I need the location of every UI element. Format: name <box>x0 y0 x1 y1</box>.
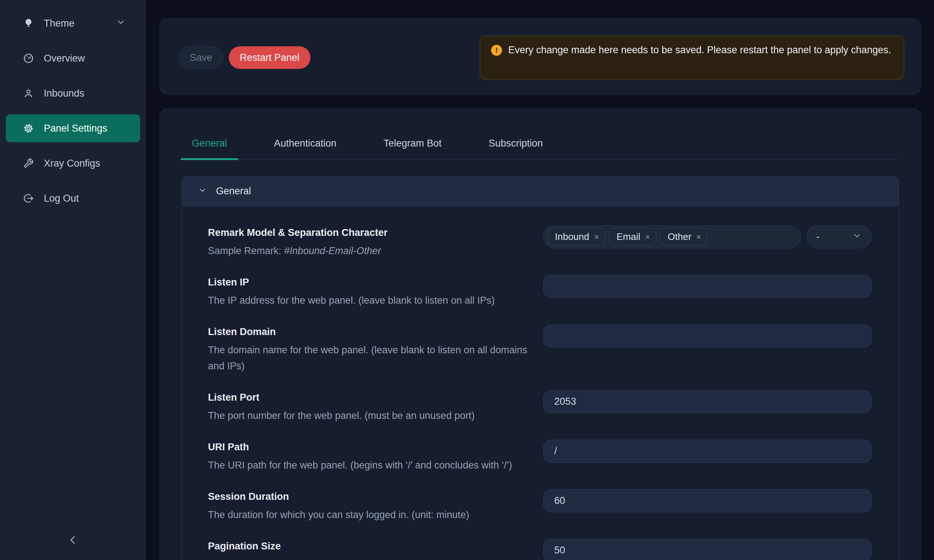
field-label: Session Duration <box>208 489 529 504</box>
general-collapse-panel: General Remark Model & Separation Charac… <box>182 176 899 560</box>
warning-text: Every change made here needs to be saved… <box>508 42 891 58</box>
logout-icon <box>23 192 34 204</box>
remark-model-tag-select[interactable]: Inbound × Email × Other × <box>543 225 801 248</box>
field-label: Remark Model & Separation Character <box>208 225 529 240</box>
form-row-listen-port: Listen Port The port number for the web … <box>208 390 872 424</box>
listen-ip-input[interactable] <box>543 275 872 298</box>
chevron-left-icon <box>67 542 79 547</box>
main-content: Save Restart Panel ! Every change made h… <box>146 0 934 560</box>
dashboard-icon <box>23 52 34 64</box>
sidebar-item-label: Log Out <box>44 193 79 204</box>
remove-tag-icon[interactable]: × <box>696 232 701 242</box>
gear-icon <box>23 123 34 134</box>
sidebar-item-label: Overview <box>44 53 85 64</box>
general-panel-body: Remark Model & Separation Character Samp… <box>182 206 899 560</box>
sidebar-item-theme[interactable]: Theme <box>6 9 140 37</box>
wrench-icon <box>23 157 34 169</box>
sidebar-item-label: Inbounds <box>44 88 84 99</box>
form-row-uri-path: URI Path The URI path for the web panel.… <box>208 440 872 473</box>
tag-chip[interactable]: Other × <box>660 228 707 246</box>
separator-select[interactable]: - <box>806 225 872 248</box>
sidebar-item-label: Panel Settings <box>44 123 107 134</box>
field-label: Listen Domain <box>208 325 529 339</box>
bulb-icon <box>23 17 34 29</box>
listen-domain-input[interactable] <box>543 325 872 348</box>
section-title: General <box>216 186 251 197</box>
tab-subscription[interactable]: Subscription <box>477 138 554 159</box>
tag-chip[interactable]: Email × <box>609 228 657 246</box>
field-label: Pagination Size <box>208 539 529 554</box>
save-button[interactable]: Save <box>179 46 223 69</box>
tag-chip[interactable]: Inbound × <box>547 228 605 246</box>
tab-general[interactable]: General <box>180 138 238 159</box>
restart-panel-button[interactable]: Restart Panel <box>229 46 310 69</box>
field-description: The URI path for the web panel. (begins … <box>208 457 529 473</box>
form-row-listen-ip: Listen IP The IP address for the web pan… <box>208 275 872 308</box>
field-description: The domain name for the web panel. (leav… <box>208 342 529 374</box>
sidebar-item-label: Xray Configs <box>44 158 100 169</box>
sidebar-item-overview[interactable]: Overview <box>6 45 140 72</box>
sidebar-item-xray-configs[interactable]: Xray Configs <box>6 149 140 177</box>
sidebar-item-panel-settings[interactable]: Panel Settings <box>6 114 140 142</box>
form-row-session-duration: Session Duration The duration for which … <box>208 489 872 523</box>
restart-warning-banner: ! Every change made here needs to be sav… <box>480 36 904 80</box>
form-row-listen-domain: Listen Domain The domain name for the we… <box>208 325 872 374</box>
sidebar: Theme Overview Inbounds <box>0 0 146 560</box>
sidebar-item-log-out[interactable]: Log Out <box>6 185 140 212</box>
settings-card: General Authentication Telegram Bot Subs… <box>159 108 921 560</box>
general-panel-header[interactable]: General <box>182 177 899 206</box>
form-row-remark-model: Remark Model & Separation Character Samp… <box>208 225 872 259</box>
sample-remark-value: #Inbound-Email-Other <box>284 245 381 256</box>
form-row-pagination-size: Pagination Size <box>208 539 872 560</box>
field-label: URI Path <box>208 440 529 454</box>
tab-authentication[interactable]: Authentication <box>263 138 348 159</box>
sidebar-item-label: Theme <box>44 18 74 29</box>
separator-value: - <box>816 231 820 242</box>
sidebar-collapse-button[interactable] <box>61 529 85 552</box>
sidebar-nav: Theme Overview Inbounds <box>0 0 146 212</box>
chevron-down-icon <box>852 231 862 243</box>
app-root: Theme Overview Inbounds <box>0 0 934 560</box>
listen-port-input[interactable] <box>543 390 872 413</box>
pagination-size-input[interactable] <box>543 539 872 560</box>
session-duration-input[interactable] <box>543 489 872 512</box>
tab-telegram-bot[interactable]: Telegram Bot <box>372 138 453 159</box>
chevron-down-icon <box>198 185 207 197</box>
sidebar-item-inbounds[interactable]: Inbounds <box>6 80 140 107</box>
uri-path-input[interactable] <box>543 440 872 463</box>
tabs-bar: General Authentication Telegram Bot Subs… <box>180 108 900 160</box>
field-description: The duration for which you can stay logg… <box>208 507 529 523</box>
field-label: Listen IP <box>208 275 529 289</box>
field-description: The IP address for the web panel. (leave… <box>208 292 529 308</box>
field-description: The port number for the web panel. (must… <box>208 408 529 424</box>
user-icon <box>23 88 34 99</box>
field-label: Listen Port <box>208 390 529 405</box>
chevron-down-icon <box>116 17 125 29</box>
remove-tag-icon[interactable]: × <box>645 232 650 242</box>
warning-icon: ! <box>491 45 502 56</box>
toolbar-card: Save Restart Panel ! Every change made h… <box>159 18 921 95</box>
remove-tag-icon[interactable]: × <box>594 232 599 242</box>
field-description: Sample Remark: #Inbound-Email-Other <box>208 243 529 259</box>
